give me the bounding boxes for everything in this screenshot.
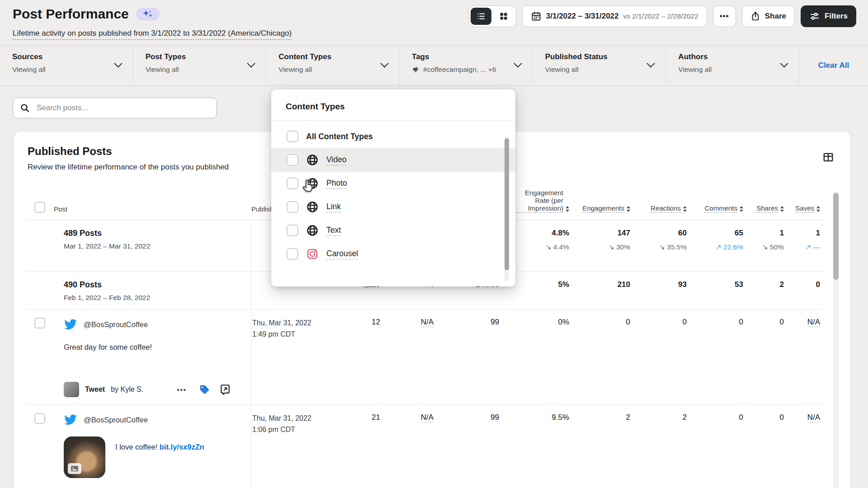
sort-icon[interactable]	[566, 206, 569, 212]
table-grid-icon	[822, 151, 834, 163]
date-range-button[interactable]: 3/1/2022 – 3/31/2022 vs 2/1/2022 – 2/28/…	[522, 5, 707, 27]
ai-sparkles-badge[interactable]	[136, 8, 160, 20]
globe-icon	[306, 201, 319, 213]
open-post-icon[interactable]	[219, 384, 231, 395]
content-types-dropdown: Content Types All Content Types Video Ph…	[271, 89, 515, 286]
filter-authors[interactable]: Authors Viewing all	[666, 46, 799, 85]
metric-cell: 0	[690, 310, 747, 404]
post-column-header: Post	[54, 205, 251, 214]
shares-column-header[interactable]: Shares	[747, 204, 788, 214]
item-checkbox[interactable]	[287, 201, 298, 213]
date-compare-value: vs 2/1/2022 – 2/28/2022	[623, 12, 698, 20]
filter-post-types[interactable]: Post Types Viewing all	[133, 46, 267, 85]
search-input[interactable]	[36, 103, 210, 113]
sort-icon[interactable]	[780, 206, 784, 212]
metric-cell: 65↗ 22.6%	[690, 221, 747, 272]
dropdown-item-carousel[interactable]: Carousel	[271, 242, 515, 266]
row-checkbox[interactable]	[34, 318, 45, 328]
page-subtitle: Lifetime activity on posts published fro…	[13, 29, 292, 40]
page-title: Post Performance	[13, 6, 129, 22]
table-view-button[interactable]	[821, 150, 836, 165]
tweet-text: Great day for some coffee!	[64, 343, 243, 352]
item-checkbox[interactable]	[287, 225, 298, 236]
clear-all-button[interactable]: Clear All	[816, 61, 852, 70]
tweet-handle: @BosSproutCoffee	[84, 320, 148, 329]
table-scrollbar[interactable]	[833, 191, 839, 488]
filter-content-types[interactable]: Content Types Viewing all	[266, 46, 400, 85]
saves-column-header[interactable]: Saves	[788, 204, 824, 214]
hand-cursor-icon	[300, 178, 316, 194]
row-more-button[interactable]: •••	[174, 385, 189, 394]
comments-column-header[interactable]: Comments	[690, 204, 747, 214]
filter-published-status[interactable]: Published Status Viewing all	[533, 46, 666, 85]
metric-cell: N/A	[788, 310, 824, 404]
header-controls: 3/1/2022 – 3/31/2022 vs 2/1/2022 – 2/28/…	[468, 5, 856, 27]
metric-cell: 0	[788, 272, 824, 309]
dropdown-scrollbar[interactable]	[505, 136, 509, 281]
more-options-button[interactable]: •••	[713, 5, 736, 27]
filters-button[interactable]: Filters	[801, 5, 856, 27]
dropdown-item-link[interactable]: Link	[271, 195, 515, 219]
row-checkbox[interactable]	[34, 413, 45, 424]
list-view-icon	[476, 11, 486, 22]
post-cell: 490 Posts Feb 1, 2022 – Feb 28, 2022	[54, 272, 251, 309]
sort-icon[interactable]	[740, 206, 743, 212]
metric-cell: 99	[437, 310, 503, 404]
tweet-link[interactable]: bit.ly/sx9zZn	[160, 443, 204, 451]
metric-cell: 0	[573, 310, 634, 404]
twitter-icon	[64, 413, 77, 427]
ellipsis-icon: •••	[720, 12, 729, 21]
list-view-button[interactable]	[471, 8, 491, 25]
metric-cell: 21	[327, 405, 384, 488]
table-row-tweet-kyle: @BosSproutCoffee Great day for some coff…	[26, 310, 824, 405]
metric-cell: 2	[634, 405, 690, 488]
search-box	[13, 98, 217, 118]
metric-cell: 2	[747, 272, 788, 309]
metric-cell: 0	[634, 310, 690, 404]
reactions-column-header[interactable]: Reactions	[634, 204, 690, 214]
sort-icon[interactable]	[816, 206, 820, 212]
item-checkbox[interactable]	[287, 248, 298, 260]
engagements-column-header[interactable]: Engagements	[573, 204, 634, 214]
filter-sources[interactable]: Sources Viewing all	[0, 46, 133, 85]
post-performance-page: Post Performance Lifetime activity on po…	[0, 0, 868, 488]
table-scrollbar-thumb[interactable]	[833, 193, 839, 280]
sort-icon[interactable]	[627, 206, 630, 212]
share-label: Share	[765, 12, 786, 21]
metric-cell: 0	[747, 405, 788, 488]
dropdown-scrollbar-thumb[interactable]	[505, 138, 509, 270]
tag-icon[interactable]	[198, 384, 210, 395]
share-icon	[750, 11, 760, 21]
filter-tags[interactable]: Tags #coffeecampaign, ... +6	[400, 46, 533, 85]
metric-cell: 0%	[503, 310, 573, 404]
date-range-value: 3/1/2022 – 3/31/2022	[546, 12, 619, 21]
calendar-icon	[531, 11, 542, 22]
published-cell: Thu, Mar 31, 2022 1:06 pm CDT	[251, 405, 327, 488]
metric-cell: N/A	[384, 405, 437, 488]
metric-cell: 12	[327, 310, 384, 404]
metric-cell: 2	[573, 405, 634, 488]
metric-cell: 1↘ 50%	[747, 221, 788, 272]
tweet-image-thumbnail[interactable]	[64, 436, 105, 478]
filter-bar: Sources Viewing all Post Types Viewing a…	[0, 45, 868, 86]
metric-cell: 60↘ 35.5%	[634, 221, 690, 272]
dropdown-item-video[interactable]: Video	[271, 148, 515, 172]
share-button[interactable]: Share	[742, 5, 795, 27]
post-cell: 489 Posts Mar 1, 2022 – Mar 31, 2022	[54, 221, 251, 272]
twitter-icon	[64, 318, 77, 331]
photo-icon	[68, 463, 81, 474]
dropdown-item-all-content-types[interactable]: All Content Types	[271, 125, 515, 148]
metric-cell: 99	[437, 405, 503, 488]
view-toggle	[468, 5, 516, 27]
select-all-checkbox[interactable]	[34, 202, 45, 213]
tweet-handle: @BosSproutCoffee	[84, 416, 148, 424]
item-checkbox[interactable]	[287, 154, 298, 166]
tweet-byline: Tweet by Kyle S. •••	[64, 382, 243, 397]
item-checkbox[interactable]	[287, 178, 298, 189]
sort-icon[interactable]	[683, 206, 687, 212]
dropdown-item-text[interactable]: Text	[271, 219, 515, 242]
metric-cell: 53	[690, 272, 747, 309]
globe-icon	[306, 224, 319, 237]
item-checkbox[interactable]	[287, 131, 298, 142]
grid-view-button[interactable]	[493, 8, 514, 25]
